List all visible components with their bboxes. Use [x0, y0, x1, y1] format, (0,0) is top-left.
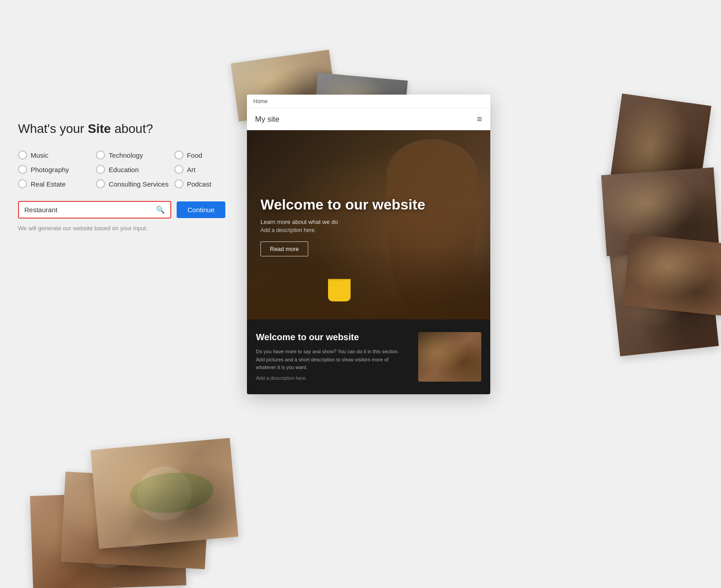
- hero-food-area: [247, 247, 490, 319]
- radio-food[interactable]: [174, 150, 183, 160]
- preview-hero: Welcome to our website Learn more about …: [247, 130, 490, 319]
- preview-hamburger-icon[interactable]: ≡: [477, 114, 482, 124]
- radio-technology[interactable]: [96, 150, 105, 160]
- footer-text-block: Welcome to our website Do you have more …: [256, 332, 407, 381]
- search-icon[interactable]: 🔍: [156, 205, 165, 214]
- option-food-label: Food: [187, 151, 202, 159]
- yellow-cup: [328, 279, 351, 301]
- search-box[interactable]: 🔍: [18, 201, 171, 219]
- radio-consulting[interactable]: [96, 179, 105, 188]
- radio-education[interactable]: [96, 165, 105, 174]
- option-music[interactable]: Music: [18, 150, 96, 160]
- page-headline: What's your Site about?: [18, 122, 252, 136]
- option-music-label: Music: [31, 151, 48, 159]
- option-education-label: Education: [109, 166, 139, 173]
- browser-bar: Home: [247, 95, 490, 109]
- option-art[interactable]: Art: [174, 165, 252, 174]
- food-photo-1: [91, 438, 238, 549]
- search-input[interactable]: [24, 206, 152, 214]
- option-podcast[interactable]: Podcast: [174, 179, 252, 188]
- option-real-estate[interactable]: Real Estate: [18, 179, 96, 188]
- radio-art[interactable]: [174, 165, 183, 174]
- hero-subtitle: Learn more about what we do: [260, 219, 425, 225]
- bg-photo-lower-right: [623, 233, 721, 316]
- radio-music[interactable]: [18, 150, 27, 160]
- preview-footer: Welcome to our website Do you have more …: [247, 319, 490, 394]
- hero-title: Welcome to our website: [260, 196, 425, 213]
- category-options-grid: Music Technology Food Photography Educat…: [18, 150, 252, 188]
- hero-description: Add a description here.: [260, 227, 425, 233]
- option-art-label: Art: [187, 166, 196, 173]
- continue-button[interactable]: Continue: [177, 201, 225, 218]
- option-photography-label: Photography: [31, 166, 69, 173]
- left-panel: What's your Site about? Music Technology…: [18, 122, 252, 232]
- option-technology[interactable]: Technology: [96, 150, 174, 160]
- footer-title: Welcome to our website: [256, 332, 407, 342]
- search-row: 🔍 Continue: [18, 201, 252, 219]
- option-education[interactable]: Education: [96, 165, 174, 174]
- footer-image-inner: [418, 332, 481, 382]
- option-technology-label: Technology: [109, 151, 143, 159]
- option-podcast-label: Podcast: [187, 180, 211, 188]
- option-consulting-label: Consulting Services: [109, 180, 169, 188]
- read-more-button[interactable]: Read more: [260, 242, 308, 256]
- footer-add-desc: Add a description here.: [256, 375, 407, 381]
- preview-site-title: My site: [255, 115, 279, 124]
- footer-body: Do you have more to say and show? You ca…: [256, 348, 407, 372]
- radio-real-estate[interactable]: [18, 179, 27, 188]
- website-preview: Home My site ≡ Welcome to our website Le…: [247, 95, 490, 394]
- option-real-estate-label: Real Estate: [31, 180, 66, 188]
- option-food[interactable]: Food: [174, 150, 252, 160]
- hint-text: We will generate our website based on yo…: [18, 225, 252, 232]
- browser-tab: Home: [253, 98, 268, 105]
- option-photography[interactable]: Photography: [18, 165, 96, 174]
- preview-navbar: My site ≡: [247, 109, 490, 130]
- hero-content: Welcome to our website Learn more about …: [260, 196, 425, 256]
- option-consulting[interactable]: Consulting Services: [96, 179, 174, 188]
- radio-photography[interactable]: [18, 165, 27, 174]
- radio-podcast[interactable]: [174, 179, 183, 188]
- footer-image: [418, 332, 481, 382]
